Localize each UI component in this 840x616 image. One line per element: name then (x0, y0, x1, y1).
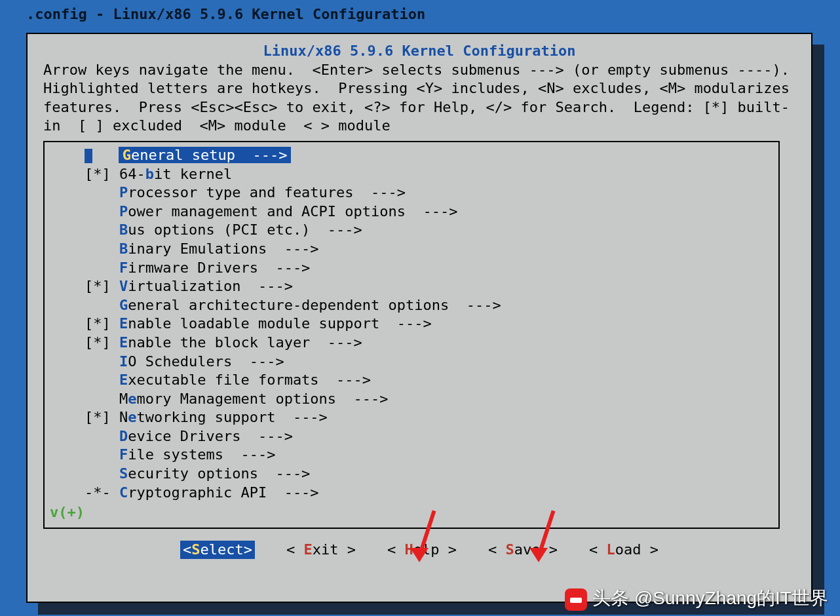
menu-item[interactable]: File systems ---> (50, 446, 773, 465)
menu-item[interactable]: [*] Networking support ---> (50, 408, 773, 427)
menu-item[interactable]: [*] Virtualization ---> (50, 277, 773, 296)
menu-item[interactable]: IO Schedulers ---> (50, 353, 773, 372)
save-button[interactable]: < Save > (488, 541, 558, 560)
cursor-icon (85, 149, 92, 163)
watermark-credit: 头条 @SunnyZhang的IT世界 (565, 587, 828, 611)
select-button[interactable]: <Select> (180, 541, 255, 560)
terminal-title: .config - Linux/x86 5.9.6 Kernel Configu… (0, 0, 840, 27)
menu-item[interactable]: Memory Management options ---> (50, 390, 773, 409)
exit-button[interactable]: < Exit > (286, 541, 356, 560)
instructions-text: Arrow keys navigate the menu. <Enter> se… (43, 61, 795, 136)
menu-item[interactable]: Firmware Drivers ---> (50, 259, 773, 278)
menu-item[interactable]: [*] Enable loadable module support ---> (50, 315, 773, 334)
scroll-indicator: v(+) (50, 503, 773, 522)
menuconfig-panel: Linux/x86 5.9.6 Kernel Configuration Arr… (26, 33, 812, 603)
menu-item[interactable]: Processor type and features ---> (50, 183, 773, 202)
menu-item[interactable]: Security options ---> (50, 465, 773, 484)
page-title: Linux/x86 5.9.6 Kernel Configuration (43, 42, 795, 61)
menu-item[interactable]: General setup ---> (50, 146, 773, 165)
menu-item[interactable]: [*] Enable the block layer ---> (50, 334, 773, 353)
menu-list: General setup ---> [*] 64-bit kernel Pro… (43, 141, 780, 529)
menu-item[interactable]: -*- Cryptographic API ---> (50, 484, 773, 503)
help-button[interactable]: < Help > (387, 541, 457, 560)
load-button[interactable]: < Load > (589, 541, 659, 560)
menu-item[interactable]: Binary Emulations ---> (50, 240, 773, 259)
menu-item[interactable]: Device Drivers ---> (50, 427, 773, 446)
menu-item[interactable]: [*] 64-bit kernel (50, 165, 773, 184)
toutiao-logo-icon (565, 588, 587, 611)
menu-item[interactable]: General architecture-dependent options -… (50, 296, 773, 315)
menu-item[interactable]: Bus options (PCI etc.) ---> (50, 221, 773, 240)
menu-item[interactable]: Executable file formats ---> (50, 371, 773, 390)
button-bar: <Select>< Exit >< Help >< Save >< Load > (43, 541, 795, 560)
menu-item[interactable]: Power management and ACPI options ---> (50, 202, 773, 221)
menuconfig-window: Linux/x86 5.9.6 Kernel Configuration Arr… (26, 33, 812, 603)
